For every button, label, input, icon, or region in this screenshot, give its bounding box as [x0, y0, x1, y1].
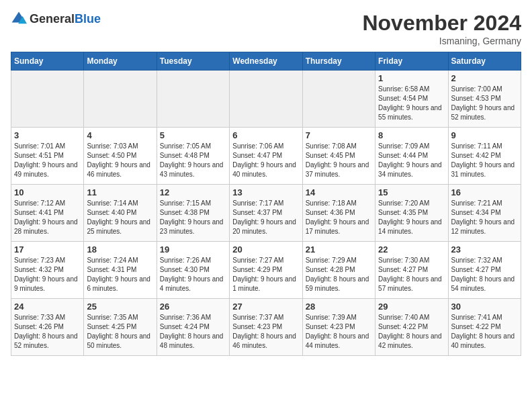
day-number: 25: [87, 302, 153, 312]
calendar-cell: 15Sunrise: 7:20 AM Sunset: 4:35 PM Dayli…: [375, 185, 448, 242]
calendar-cell: [302, 71, 375, 128]
day-number: 4: [87, 130, 153, 140]
calendar-cell: 14Sunrise: 7:18 AM Sunset: 4:36 PM Dayli…: [302, 185, 375, 242]
calendar-cell: 29Sunrise: 7:40 AM Sunset: 4:22 PM Dayli…: [375, 299, 448, 356]
day-info: Sunrise: 7:01 AM Sunset: 4:51 PM Dayligh…: [14, 142, 81, 179]
calendar-cell: 2Sunrise: 7:00 AM Sunset: 4:53 PM Daylig…: [448, 71, 521, 128]
title-area: November 2024 Ismaning, Germany: [362, 11, 521, 46]
day-info: Sunrise: 7:20 AM Sunset: 4:35 PM Dayligh…: [378, 199, 445, 236]
day-number: 27: [232, 302, 299, 312]
calendar-cell: 20Sunrise: 7:27 AM Sunset: 4:29 PM Dayli…: [230, 242, 302, 299]
day-info: Sunrise: 7:36 AM Sunset: 4:24 PM Dayligh…: [160, 313, 226, 351]
calendar-cell: 1Sunrise: 6:58 AM Sunset: 4:54 PM Daylig…: [375, 71, 448, 128]
day-info: Sunrise: 7:21 AM Sunset: 4:34 PM Dayligh…: [451, 199, 518, 236]
calendar-cell: 30Sunrise: 7:41 AM Sunset: 4:22 PM Dayli…: [448, 299, 521, 356]
day-number: 30: [451, 302, 518, 312]
calendar-cell: 8Sunrise: 7:09 AM Sunset: 4:44 PM Daylig…: [375, 128, 448, 185]
calendar-cell: 3Sunrise: 7:01 AM Sunset: 4:51 PM Daylig…: [11, 128, 84, 185]
weekday-header: Monday: [84, 52, 157, 71]
logo: GeneralBlue: [11, 11, 101, 27]
weekday-header: Thursday: [302, 52, 375, 71]
calendar-cell: [11, 71, 84, 128]
day-number: 10: [14, 187, 81, 197]
day-info: Sunrise: 7:09 AM Sunset: 4:44 PM Dayligh…: [378, 142, 445, 179]
day-number: 12: [160, 187, 226, 197]
calendar-cell: 4Sunrise: 7:03 AM Sunset: 4:50 PM Daylig…: [84, 128, 157, 185]
logo-blue: Blue: [75, 12, 101, 26]
day-number: 16: [451, 187, 518, 197]
day-info: Sunrise: 7:23 AM Sunset: 4:32 PM Dayligh…: [14, 256, 81, 293]
day-number: 21: [306, 244, 372, 255]
weekday-header: Wednesday: [230, 52, 302, 71]
day-info: Sunrise: 7:12 AM Sunset: 4:41 PM Dayligh…: [14, 199, 81, 236]
day-number: 29: [378, 302, 445, 312]
day-info: Sunrise: 7:17 AM Sunset: 4:37 PM Dayligh…: [232, 199, 299, 236]
calendar-cell: 27Sunrise: 7:37 AM Sunset: 4:23 PM Dayli…: [230, 299, 302, 356]
header-row: SundayMondayTuesdayWednesdayThursdayFrid…: [11, 52, 521, 71]
day-number: 19: [160, 244, 226, 255]
day-info: Sunrise: 7:06 AM Sunset: 4:47 PM Dayligh…: [232, 142, 299, 179]
day-number: 6: [232, 130, 299, 140]
day-info: Sunrise: 7:00 AM Sunset: 4:53 PM Dayligh…: [451, 85, 518, 122]
calendar-cell: 10Sunrise: 7:12 AM Sunset: 4:41 PM Dayli…: [11, 185, 84, 242]
month-title: November 2024: [362, 11, 521, 36]
day-info: Sunrise: 7:33 AM Sunset: 4:26 PM Dayligh…: [14, 313, 81, 351]
calendar-cell: 13Sunrise: 7:17 AM Sunset: 4:37 PM Dayli…: [230, 185, 302, 242]
day-info: Sunrise: 7:29 AM Sunset: 4:28 PM Dayligh…: [306, 256, 372, 293]
day-number: 7: [306, 130, 372, 140]
weekday-header: Friday: [375, 52, 448, 71]
day-info: Sunrise: 7:37 AM Sunset: 4:23 PM Dayligh…: [232, 313, 299, 351]
calendar-cell: 22Sunrise: 7:30 AM Sunset: 4:27 PM Dayli…: [375, 242, 448, 299]
weekday-header: Tuesday: [157, 52, 229, 71]
calendar-cell: 16Sunrise: 7:21 AM Sunset: 4:34 PM Dayli…: [448, 185, 521, 242]
calendar-cell: 11Sunrise: 7:14 AM Sunset: 4:40 PM Dayli…: [84, 185, 157, 242]
day-info: Sunrise: 7:18 AM Sunset: 4:36 PM Dayligh…: [306, 199, 372, 236]
weekday-header: Saturday: [448, 52, 521, 71]
day-info: Sunrise: 7:24 AM Sunset: 4:31 PM Dayligh…: [87, 256, 153, 293]
logo-general: General: [30, 12, 75, 26]
day-info: Sunrise: 7:03 AM Sunset: 4:50 PM Dayligh…: [87, 142, 153, 179]
calendar-cell: 18Sunrise: 7:24 AM Sunset: 4:31 PM Dayli…: [84, 242, 157, 299]
day-number: 11: [87, 187, 153, 197]
calendar-cell: 17Sunrise: 7:23 AM Sunset: 4:32 PM Dayli…: [11, 242, 84, 299]
day-number: 22: [378, 244, 445, 255]
day-number: 8: [378, 130, 445, 140]
calendar-cell: 23Sunrise: 7:32 AM Sunset: 4:27 PM Dayli…: [448, 242, 521, 299]
calendar-cell: 26Sunrise: 7:36 AM Sunset: 4:24 PM Dayli…: [157, 299, 229, 356]
day-number: 5: [160, 130, 226, 140]
day-info: Sunrise: 7:32 AM Sunset: 4:27 PM Dayligh…: [451, 256, 518, 293]
day-info: Sunrise: 7:35 AM Sunset: 4:25 PM Dayligh…: [87, 313, 153, 351]
day-info: Sunrise: 7:39 AM Sunset: 4:23 PM Dayligh…: [306, 313, 372, 351]
day-number: 23: [451, 244, 518, 255]
day-number: 18: [87, 244, 153, 255]
calendar-cell: 25Sunrise: 7:35 AM Sunset: 4:25 PM Dayli…: [84, 299, 157, 356]
calendar-cell: 28Sunrise: 7:39 AM Sunset: 4:23 PM Dayli…: [302, 299, 375, 356]
day-number: 17: [14, 244, 81, 255]
calendar-table: SundayMondayTuesdayWednesdayThursdayFrid…: [11, 52, 521, 356]
day-number: 3: [14, 130, 81, 140]
calendar-week-row: 1Sunrise: 6:58 AM Sunset: 4:54 PM Daylig…: [11, 71, 521, 128]
header: GeneralBlue November 2024 Ismaning, Germ…: [11, 11, 521, 46]
calendar-week-row: 10Sunrise: 7:12 AM Sunset: 4:41 PM Dayli…: [11, 185, 521, 242]
day-number: 2: [451, 73, 518, 83]
day-info: Sunrise: 7:08 AM Sunset: 4:45 PM Dayligh…: [306, 142, 372, 179]
day-info: Sunrise: 7:41 AM Sunset: 4:22 PM Dayligh…: [451, 313, 518, 351]
day-number: 13: [232, 187, 299, 197]
day-number: 28: [306, 302, 372, 312]
day-info: Sunrise: 7:27 AM Sunset: 4:29 PM Dayligh…: [232, 256, 299, 293]
day-info: Sunrise: 7:40 AM Sunset: 4:22 PM Dayligh…: [378, 313, 445, 351]
day-info: Sunrise: 7:26 AM Sunset: 4:30 PM Dayligh…: [160, 256, 226, 293]
day-number: 15: [378, 187, 445, 197]
calendar-cell: 24Sunrise: 7:33 AM Sunset: 4:26 PM Dayli…: [11, 299, 84, 356]
calendar-week-row: 24Sunrise: 7:33 AM Sunset: 4:26 PM Dayli…: [11, 299, 521, 356]
calendar-cell: 12Sunrise: 7:15 AM Sunset: 4:38 PM Dayli…: [157, 185, 229, 242]
day-number: 9: [451, 130, 518, 140]
calendar-cell: 7Sunrise: 7:08 AM Sunset: 4:45 PM Daylig…: [302, 128, 375, 185]
calendar-cell: 6Sunrise: 7:06 AM Sunset: 4:47 PM Daylig…: [230, 128, 302, 185]
day-info: Sunrise: 7:11 AM Sunset: 4:42 PM Dayligh…: [451, 142, 518, 179]
calendar-cell: [157, 71, 229, 128]
day-number: 24: [14, 302, 81, 312]
calendar-cell: [230, 71, 302, 128]
weekday-header: Sunday: [11, 52, 84, 71]
calendar-cell: 5Sunrise: 7:05 AM Sunset: 4:48 PM Daylig…: [157, 128, 229, 185]
